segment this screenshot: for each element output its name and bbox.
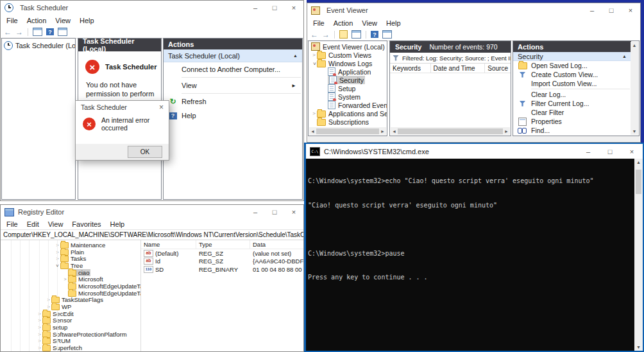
open-saved-log-icon[interactable] [339, 30, 348, 39]
back-icon[interactable]: ← [4, 28, 12, 36]
scroll-up-icon[interactable]: ▲ [632, 43, 637, 48]
action-clear-filter[interactable]: Clear Filter [513, 108, 631, 117]
value-row-id[interactable]: Id REG_SZ {AA6A9C40-DBDF-4A2F-ACE [141, 258, 303, 266]
chevron-right-icon[interactable] [311, 53, 317, 58]
action-help[interactable]: ? Help [164, 109, 302, 123]
scroll-left-icon[interactable]: ◄ [392, 129, 396, 134]
tree-item-custom-views[interactable]: Custom Views [309, 51, 387, 59]
column-source[interactable]: Source [485, 64, 511, 73]
back-icon[interactable]: ← [310, 31, 318, 39]
maximize-button[interactable]: □ [265, 205, 284, 219]
title-bar[interactable]: Event Viewer – □ × [307, 3, 640, 17]
minimize-button[interactable]: – [577, 144, 599, 159]
address-bar[interactable]: Computer\HKEY_LOCAL_MACHINE\SOFTWARE\Mic… [1, 229, 303, 240]
menu-action[interactable]: Action [329, 19, 358, 27]
tree-item-forwarded-events[interactable]: Forwarded Events [309, 101, 387, 109]
action-refresh[interactable]: ↻ Refresh [164, 94, 302, 109]
scroll-left-icon[interactable]: ◄ [310, 129, 315, 134]
console-output[interactable]: C:\Windows\system32>echo "Ciao! questo s… [306, 159, 634, 351]
dialog-title-bar[interactable]: Task Scheduler × [76, 101, 169, 113]
action-clear-log[interactable]: Clear Log... [513, 90, 631, 99]
actions-section-header[interactable]: Task Scheduler (Local) ▲ [164, 49, 302, 62]
tree-item-system[interactable]: System [309, 92, 387, 101]
scrollbar-thumb[interactable] [316, 128, 379, 134]
close-button[interactable]: × [284, 205, 303, 219]
scroll-up-icon[interactable]: ▲ [636, 160, 641, 164]
action-filter-current-log[interactable]: Filter Current Log... [513, 99, 631, 108]
close-button[interactable]: × [284, 1, 303, 15]
minimize-button[interactable]: – [582, 3, 602, 17]
horizontal-scrollbar[interactable]: ◄ ► [391, 127, 510, 135]
menu-file[interactable]: File [309, 19, 329, 27]
close-icon[interactable]: × [159, 103, 164, 112]
value-row-default[interactable]: (Default) REG_SZ (value not set) [141, 249, 303, 258]
column-keywords[interactable]: Keywords [390, 64, 431, 73]
action-create-custom-view[interactable]: Create Custom View... [513, 70, 631, 79]
tree-item-wp[interactable]: WP [1, 303, 140, 310]
maximize-button[interactable]: □ [599, 144, 621, 159]
action-open-saved-log[interactable]: Open Saved Log... [513, 61, 631, 70]
action-find[interactable]: Find... [513, 126, 631, 135]
forward-icon[interactable]: → [15, 28, 23, 36]
chevron-right-icon[interactable] [311, 111, 317, 116]
tree-item-task-scheduler-local[interactable]: Task Scheduler (Local) [2, 40, 75, 51]
collapse-icon[interactable]: ▲ [622, 54, 627, 58]
menu-help[interactable]: Help [75, 17, 99, 24]
column-data[interactable]: Data [250, 240, 303, 249]
title-bar[interactable]: C:\ C:\Windows\SYSTEM32\cmd.exe – □ × [306, 144, 643, 159]
title-bar[interactable]: Registry Editor – □ × [1, 205, 303, 219]
column-type[interactable]: Type [196, 240, 250, 249]
show-action-pane-icon[interactable] [382, 30, 392, 39]
tree-item-tasks[interactable]: Tasks [1, 255, 140, 262]
scroll-down-icon[interactable]: ▼ [632, 129, 637, 134]
close-button[interactable]: × [621, 144, 643, 159]
ok-button[interactable]: OK [128, 146, 162, 158]
tree-item-setup[interactable]: Setup [309, 84, 387, 92]
menu-file[interactable]: File [2, 220, 22, 228]
close-button[interactable]: × [621, 3, 640, 17]
action-connect-to-another-computer[interactable]: Connect to Another Computer... [164, 62, 302, 76]
show-console-tree-icon[interactable] [352, 30, 361, 39]
tree-item-plain[interactable]: Plain [1, 249, 140, 256]
minimize-button[interactable]: – [246, 1, 265, 15]
tree-item-taskstateflags[interactable]: TaskStateFlags [1, 297, 140, 304]
scroll-right-icon[interactable]: ► [504, 129, 509, 134]
event-list-empty[interactable] [390, 73, 511, 136]
maximize-button[interactable]: □ [265, 1, 284, 15]
tree-item-softwareprotectionplatform[interactable]: SoftwareProtectionPlatform [1, 331, 140, 338]
tree-item-srum[interactable]: SRUM [1, 338, 140, 345]
show-action-pane-icon[interactable] [58, 28, 67, 36]
menu-edit[interactable]: Edit [22, 220, 44, 228]
column-name[interactable]: Name [141, 240, 196, 249]
scrollbar-thumb[interactable] [636, 170, 641, 194]
tree-item-application[interactable]: Application [309, 67, 387, 76]
collapse-icon[interactable]: ▲ [293, 53, 298, 58]
action-properties[interactable]: Properties [513, 117, 631, 126]
help-icon[interactable]: ? [46, 28, 54, 35]
tree-item-superfetch[interactable]: Superfetch [1, 344, 140, 351]
action-view[interactable]: View ► [164, 78, 302, 92]
chevron-right-icon[interactable] [62, 277, 68, 281]
chevron-down-icon[interactable] [55, 263, 60, 268]
scroll-right-icon[interactable]: ► [380, 129, 385, 134]
title-bar[interactable]: Task Scheduler – □ × [1, 1, 303, 15]
menu-help[interactable]: Help [106, 220, 130, 228]
show-console-tree-icon[interactable] [33, 28, 42, 36]
tree-item-event-viewer-local[interactable]: Event Viewer (Local) [309, 42, 387, 51]
tree-item-subscriptions[interactable]: Subscriptions [309, 118, 387, 126]
menu-favorites[interactable]: Favorites [67, 220, 105, 228]
maximize-button[interactable]: □ [602, 3, 621, 17]
scroll-down-icon[interactable]: ▼ [636, 345, 641, 349]
minimize-button[interactable]: – [246, 205, 265, 219]
column-date-and-time[interactable]: Date and Time [431, 64, 486, 73]
tree-item-microsoftedgeupdatetask[interactable]: MicrosoftEdgeUpdateTask [1, 290, 140, 297]
menu-file[interactable]: File [2, 17, 22, 24]
menu-view[interactable]: View [357, 19, 382, 27]
menu-action[interactable]: Action [22, 17, 51, 24]
menu-help[interactable]: Help [382, 19, 405, 27]
horizontal-scrollbar[interactable]: ◄ ► [309, 127, 386, 135]
tree-item-maintenance[interactable]: Maintenance [1, 242, 140, 249]
menu-view[interactable]: View [51, 17, 75, 24]
vertical-scrollbar[interactable]: ▲ ▼ [631, 42, 638, 135]
actions-section-header[interactable]: Security ▲ [513, 52, 631, 61]
